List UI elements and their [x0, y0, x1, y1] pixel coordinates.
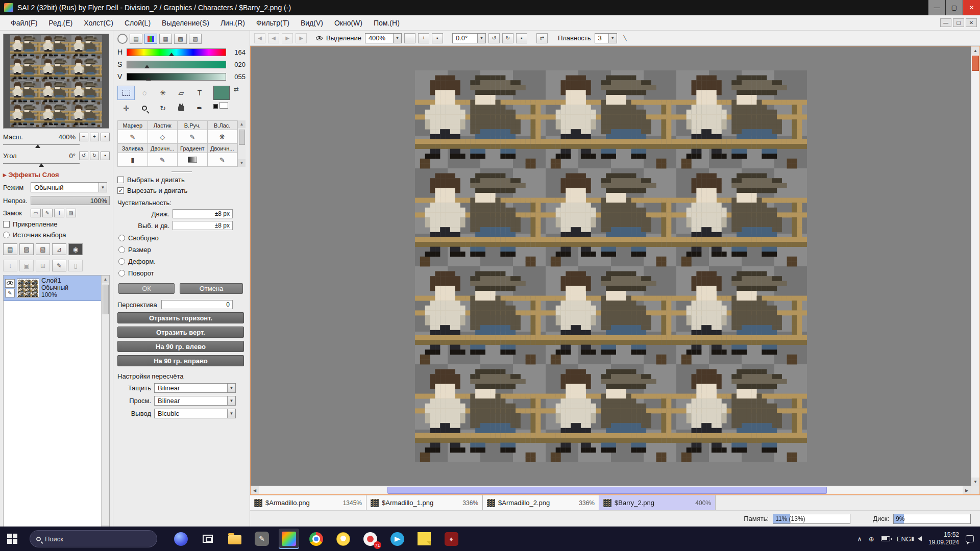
scrollbar-thumb[interactable] — [239, 130, 245, 145]
zoom-in-button[interactable]: + — [418, 33, 429, 43]
taskbar-icon-sticky-notes[interactable] — [414, 529, 434, 549]
hue-slider[interactable] — [127, 48, 226, 56]
taskbar-icon-badged-app[interactable]: 71 — [360, 529, 380, 549]
lasso-tool[interactable]: ◌ — [136, 86, 153, 100]
brush-eraser[interactable]: ◇ — [148, 130, 178, 144]
select-and-move-checkbox[interactable] — [117, 177, 124, 183]
move-tool[interactable]: ✛ — [117, 101, 135, 115]
value-slider[interactable] — [127, 73, 226, 81]
rotate-90-right-button[interactable]: На 90 гр. вправо — [117, 355, 244, 366]
rgb-sliders-mode-button[interactable] — [144, 34, 157, 44]
close-button[interactable]: ✕ — [963, 0, 980, 15]
taskbar-icon-telegram[interactable] — [387, 529, 407, 549]
rotate-cw-button[interactable]: ↻ — [502, 33, 513, 43]
taskbar-search[interactable]: Поиск — [30, 530, 157, 547]
layer-list-scrollbar[interactable]: ▲ ▼ — [101, 276, 109, 533]
navigator-zoom-slider[interactable] — [3, 142, 80, 147]
resample-output-select[interactable]: Bicubic ▼ — [154, 409, 236, 418]
swap-colors-icon[interactable]: ⇄ — [234, 86, 239, 93]
network-icon[interactable]: ⊕ — [869, 535, 874, 543]
scroll-down-icon[interactable]: ▼ — [238, 159, 246, 167]
scroll-up-icon[interactable]: ▲ — [238, 120, 246, 128]
layer-mask-button[interactable]: ◉ — [68, 243, 83, 255]
color-wheel-icon[interactable] — [117, 34, 128, 44]
menu-canvas[interactable]: Холст(C) — [78, 15, 119, 30]
clipping-group-button[interactable]: ⊿ — [52, 243, 66, 255]
lock-move-icon[interactable]: ✛ — [54, 209, 64, 217]
resample-view-select[interactable]: Bilinear ▼ — [154, 396, 236, 406]
taskbar-icon-sai[interactable] — [279, 529, 299, 549]
canvas-viewport[interactable] — [251, 46, 971, 486]
taskbar-icon-chrome[interactable] — [306, 529, 326, 549]
language-indicator[interactable]: ENG — [897, 535, 911, 543]
taskbar-icon-task-view[interactable] — [198, 529, 218, 549]
menu-line[interactable]: Лин.(R) — [215, 15, 251, 30]
maximize-button[interactable]: ▢ — [945, 0, 963, 15]
scroll-right-icon[interactable]: ▶ — [963, 486, 971, 494]
action-center-icon[interactable] — [966, 535, 974, 542]
scroll-up-icon[interactable]: ▲ — [971, 46, 979, 55]
hand-tool[interactable] — [173, 101, 190, 115]
tab-armadillo-2[interactable]: $Armadillo_2.png 336% — [483, 495, 599, 510]
magic-wand-tool[interactable]: ✳ — [154, 86, 172, 100]
rotate-cw-button[interactable]: ↻ — [90, 152, 99, 160]
mixer-mode-button[interactable]: ▩ — [174, 34, 187, 44]
brush-gradient[interactable] — [178, 153, 208, 167]
sprite-sheet-canvas[interactable] — [415, 70, 807, 462]
angle-combo[interactable]: 0.0° ▼ — [452, 33, 486, 43]
brush-lasso-pen[interactable]: ❋ — [208, 130, 238, 144]
history-forward-icon[interactable]: ▶ — [282, 33, 293, 43]
mode-deform-radio[interactable] — [118, 258, 125, 265]
select-sensitivity-input[interactable]: ±8 px — [173, 221, 233, 230]
nav-zoom-out-button[interactable]: − — [79, 133, 88, 141]
vertical-scrollbar[interactable]: ▲ ▼ — [971, 46, 979, 486]
selection-visibility-icon[interactable] — [316, 36, 323, 40]
scrollbar-thumb[interactable] — [103, 285, 109, 314]
lock-selection-icon[interactable]: ▭ — [31, 209, 41, 217]
swatches-mode-button[interactable]: ▦ — [159, 34, 172, 44]
saturation-slider[interactable] — [127, 61, 226, 68]
new-folder-button[interactable]: ▧ — [36, 243, 50, 255]
scroll-left-icon[interactable]: ◀ — [251, 486, 259, 494]
clear-layer-button[interactable]: ✎ — [52, 260, 66, 271]
mode-free-radio[interactable] — [118, 235, 125, 241]
horizontal-scrollbar[interactable]: ◀ ▶ — [251, 486, 971, 494]
duplicate-layer-button[interactable]: ▣ — [19, 260, 34, 271]
merge-visible-button[interactable]: ⊞ — [36, 260, 50, 271]
pin-checkbox[interactable] — [3, 221, 10, 228]
rotate-view-tool[interactable]: ↻ — [154, 101, 172, 115]
menu-file[interactable]: Файл(F) — [5, 15, 43, 30]
menu-help[interactable]: Пом.(H) — [368, 15, 405, 30]
minimize-button[interactable]: — — [928, 0, 945, 15]
nav-zoom-reset-button[interactable]: ▪ — [101, 133, 110, 141]
scroll-up-icon[interactable]: ▲ — [102, 276, 109, 283]
lock-paint-icon[interactable]: ✎ — [42, 209, 53, 217]
layer-row-layer1[interactable]: ✎ Слой1 Обычный 100% — [4, 276, 101, 301]
primary-color-swatch[interactable] — [213, 86, 230, 100]
cut-and-move-checkbox[interactable]: ✓ — [117, 187, 124, 194]
rotate-90-left-button[interactable]: На 90 гр. влево — [117, 341, 244, 352]
navigator-angle-slider[interactable] — [3, 161, 80, 166]
brush-marker[interactable]: ✎ — [118, 130, 148, 144]
mode-scale-radio[interactable] — [118, 246, 125, 253]
cancel-button[interactable]: Отмена — [180, 283, 243, 294]
flip-view-icon[interactable]: ⇄ — [536, 33, 548, 43]
selection-move-tool[interactable]: ▱ — [173, 86, 190, 100]
vertical-scrollbar-thumb[interactable] — [972, 56, 979, 71]
layer-mode-select[interactable]: Обычный ▼ — [31, 182, 107, 192]
brush-binary1[interactable]: ✎ — [148, 153, 178, 167]
resample-drag-select[interactable]: Bilinear ▼ — [154, 383, 236, 393]
menu-view[interactable]: Вид(V) — [295, 15, 329, 30]
new-pen-layer-button[interactable]: ▨ — [19, 243, 34, 255]
rect-select-tool[interactable] — [117, 86, 135, 100]
secondary-color-swatch[interactable] — [213, 104, 218, 109]
tab-armadillo-1[interactable]: $Armadillo_1.png 336% — [366, 495, 483, 510]
mode-rotate-radio[interactable] — [118, 270, 125, 277]
tray-expand-icon[interactable]: ∧ — [857, 535, 862, 543]
rotate-ccw-button[interactable]: ↺ — [79, 152, 88, 160]
sprite-sheet-image[interactable] — [415, 70, 807, 462]
taskbar-icon-red-app[interactable]: ♦ — [441, 529, 461, 549]
panel-divider-handle[interactable] — [172, 171, 192, 173]
brush-binary2[interactable]: ✎ — [208, 153, 238, 167]
color-bars-mode-button[interactable]: ▤ — [130, 34, 142, 44]
